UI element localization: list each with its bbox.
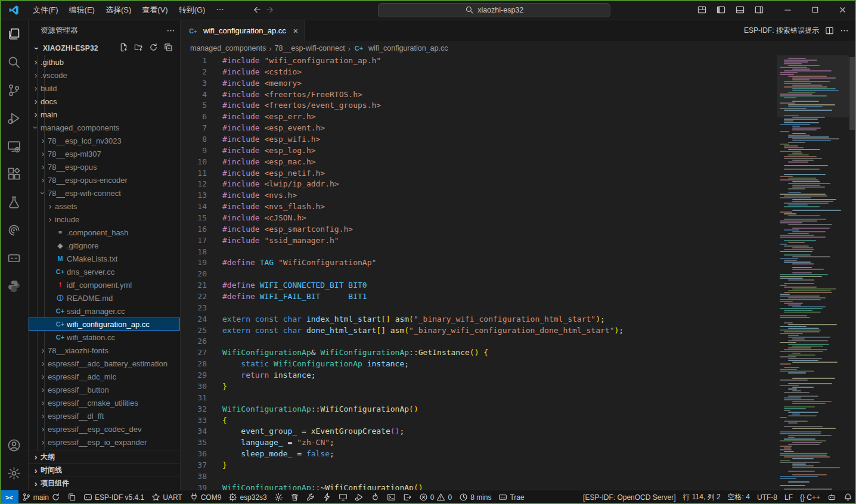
- status-item-open-idf-terminal[interactable]: [399, 490, 415, 504]
- menu-item-2[interactable]: 选择(S): [100, 2, 137, 18]
- menu-item-5[interactable]: ⋯: [210, 2, 229, 18]
- status-item-full-clean[interactable]: [287, 490, 303, 504]
- minimap[interactable]: [777, 55, 849, 490]
- tree-item--gitignore[interactable]: ◈.gitignore: [29, 239, 180, 252]
- code-line-10[interactable]: 10#include <esp_mac.h>: [181, 157, 777, 168]
- code-line-5[interactable]: 5#include <freertos/event_groups.h>: [181, 100, 777, 111]
- tree-item-espressif-adc-mic[interactable]: ›espressif__adc_mic: [29, 370, 180, 383]
- tree-item-docs[interactable]: ›docs: [29, 95, 180, 108]
- status-item-build-flash-monitor[interactable]: [367, 490, 383, 504]
- nav-back-icon[interactable]: [253, 5, 262, 14]
- tree-item-78-esp-ml307[interactable]: ›78__esp-ml307: [29, 147, 180, 160]
- toggle-panel-right-button[interactable]: [750, 2, 768, 18]
- status-item-flash[interactable]: [319, 490, 335, 504]
- refresh-button[interactable]: [149, 43, 158, 54]
- status-item-uart[interactable]: UART: [148, 490, 185, 504]
- editor-scrollbar[interactable]: [849, 55, 856, 490]
- code-line-24[interactable]: 24extern const char index_html_start[] a…: [181, 314, 777, 325]
- code-line-1[interactable]: 1#include "wifi_configuration_ap.h": [181, 55, 777, 67]
- activity-bar-item-account[interactable]: [0, 431, 29, 459]
- status-item-esp-idf-version[interactable]: ESP-IDF v5.4.1: [80, 490, 148, 504]
- code-line-18[interactable]: 18: [181, 247, 777, 258]
- nav-forward-icon[interactable]: [265, 5, 274, 14]
- command-center-search[interactable]: xiaozhi-esp32: [378, 3, 610, 17]
- code-line-28[interactable]: 28 static WifiConfigurationAp instance;: [181, 359, 777, 370]
- activity-bar-item-run-debug[interactable]: [0, 104, 29, 132]
- status-item-eol[interactable]: LF: [781, 490, 796, 504]
- code-line-7[interactable]: 7#include <esp_event.h>: [181, 123, 777, 134]
- code-line-13[interactable]: 13#include <nvs.h>: [181, 190, 777, 201]
- status-item-trae[interactable]: Trae: [495, 490, 528, 504]
- status-item-com-port[interactable]: COM9: [186, 490, 225, 504]
- tree-item--github[interactable]: ›.github: [29, 55, 180, 69]
- status-item-terminal[interactable]: [383, 490, 399, 504]
- sidebar-more-actions-icon[interactable]: [166, 26, 175, 35]
- activity-bar-item-remote-explorer[interactable]: [0, 132, 29, 160]
- menu-item-4[interactable]: 转到(G): [173, 2, 211, 18]
- activity-bar-item-extensions[interactable]: [0, 160, 29, 188]
- code-line-16[interactable]: 16#include <esp_smartconfig.h>: [181, 224, 777, 235]
- code-line-12[interactable]: 12#include <lwip/ip_addr.h>: [181, 179, 777, 190]
- editor-more-actions-icon[interactable]: [840, 26, 849, 35]
- code-line-36[interactable]: 36 sleep_mode_ = false;: [181, 449, 777, 460]
- code-line-33[interactable]: 33{: [181, 415, 777, 427]
- code-line-22[interactable]: 22#define WIFI_FAIL_BIT BIT1: [181, 291, 777, 303]
- workspace-root-row[interactable]: › XIAOZHI-ESP32: [29, 41, 180, 55]
- sidebar-panel-0[interactable]: ›大纲: [29, 450, 180, 463]
- menu-item-0[interactable]: 文件(F): [27, 2, 64, 18]
- status-item-copilot[interactable]: [824, 490, 840, 504]
- tree-item-espressif-esp-codec-dev[interactable]: ›espressif__esp_codec_dev: [29, 422, 180, 435]
- minimize-button[interactable]: [774, 0, 801, 20]
- tree-item-readme-md[interactable]: ⓘREADME.md: [29, 291, 180, 304]
- code-line-14[interactable]: 14#include <nvs_flash.h>: [181, 201, 777, 213]
- breadcrumb-item-0[interactable]: managed_components: [190, 44, 266, 52]
- status-item-device-target[interactable]: esp32s3: [225, 490, 270, 504]
- menu-item-1[interactable]: 编辑(E): [64, 2, 100, 18]
- code-line-23[interactable]: 23: [181, 303, 777, 314]
- code-line-27[interactable]: 27WifiConfigurationAp& WifiConfiguration…: [181, 347, 777, 359]
- code-line-6[interactable]: 6#include <esp_err.h>: [181, 111, 777, 123]
- new-file-button[interactable]: [119, 43, 128, 54]
- code-line-17[interactable]: 17#include "ssid_manager.h": [181, 235, 777, 247]
- status-item-recent-files[interactable]: [64, 490, 80, 504]
- activity-bar-item-source-control[interactable]: [0, 76, 29, 104]
- status-item-session-time[interactable]: 8 mins: [455, 490, 495, 504]
- collapse-all-button[interactable]: [164, 43, 173, 54]
- activity-bar-item-testing[interactable]: [0, 188, 29, 216]
- status-item-language-mode[interactable]: {} C++: [796, 490, 824, 504]
- tree-item-managed-components[interactable]: ›managed_components: [29, 121, 180, 134]
- tab-close-icon[interactable]: ×: [293, 26, 298, 36]
- tree-item-wifi-configuration-ap-cc[interactable]: C+wifi_configuration_ap.cc: [29, 318, 180, 331]
- tree-item-espressif-dl-fft[interactable]: ›espressif__dl_fft: [29, 409, 180, 422]
- tree-item-main[interactable]: ›main: [29, 108, 180, 121]
- code-line-39[interactable]: 39WifiConfigurationAp::~WifiConfiguratio…: [181, 483, 777, 490]
- status-item-encoding[interactable]: UTF-8: [753, 490, 781, 504]
- status-item-problems[interactable]: 00: [415, 490, 455, 504]
- activity-bar-item-python[interactable]: [0, 272, 29, 300]
- status-item-indentation[interactable]: 空格: 4: [724, 490, 753, 504]
- code-line-31[interactable]: 31: [181, 393, 777, 404]
- code-line-38[interactable]: 38: [181, 471, 777, 483]
- close-button[interactable]: [829, 0, 856, 20]
- menu-item-3[interactable]: 查看(V): [137, 2, 173, 18]
- tree-item-wifi-station-cc[interactable]: C+wifi_station.cc: [29, 331, 180, 344]
- tree-item-idf-component-yml[interactable]: !idf_component.yml: [29, 278, 180, 291]
- code-line-35[interactable]: 35 language_ = "zh-CN";: [181, 437, 777, 449]
- breadcrumb-item-1[interactable]: 78__esp-wifi-connect: [275, 44, 345, 52]
- code-line-11[interactable]: 11#include <esp_netif.h>: [181, 168, 777, 179]
- code-line-8[interactable]: 8#include <esp_wifi.h>: [181, 134, 777, 145]
- code-line-21[interactable]: 21#define WIFI_CONNECTED_BIT BIT0: [181, 280, 777, 291]
- new-folder-button[interactable]: [134, 43, 143, 54]
- status-item-debug[interactable]: [351, 490, 367, 504]
- toggle-panel-bottom-button[interactable]: [731, 2, 749, 18]
- code-line-25[interactable]: 25extern const char done_html_start[] as…: [181, 325, 777, 337]
- maximize-button[interactable]: [801, 0, 829, 20]
- code-line-26[interactable]: 26: [181, 336, 777, 347]
- tree-item-78-xiaozhi-fonts[interactable]: ›78__xiaozhi-fonts: [29, 344, 180, 357]
- status-item-monitor[interactable]: [335, 490, 351, 504]
- split-editor-icon[interactable]: [825, 26, 834, 35]
- code-editor[interactable]: 1#include "wifi_configuration_ap.h"2#inc…: [181, 55, 777, 490]
- code-line-20[interactable]: 20: [181, 269, 777, 280]
- tree-item-dns-server-cc[interactable]: C+dns_server.cc: [29, 265, 180, 278]
- code-line-37[interactable]: 37}: [181, 460, 777, 471]
